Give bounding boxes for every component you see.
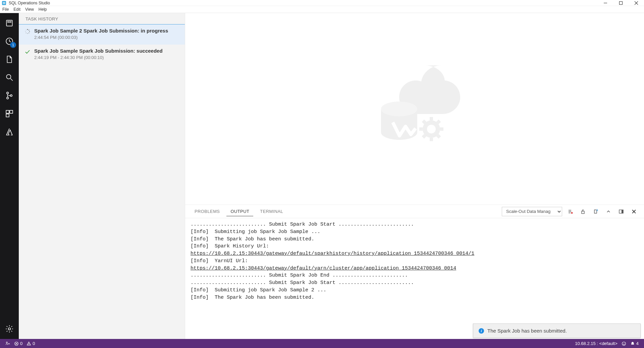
open-file-icon[interactable] — [591, 207, 600, 216]
task-history-badge: 1 — [10, 42, 16, 48]
svg-point-52 — [623, 343, 623, 343]
svg-line-36 — [437, 121, 440, 123]
menu-bar: File Edit View Help — [0, 6, 644, 13]
output-channel-select[interactable]: Scale-Out Data Manag — [502, 207, 562, 216]
task-time: 2:44:54 PM (00:00:03) — [34, 35, 168, 40]
svg-point-20 — [29, 30, 29, 31]
svg-point-22 — [29, 33, 29, 33]
svg-point-29 — [427, 125, 436, 133]
status-notifications-count: 4 — [636, 341, 639, 346]
close-panel-icon[interactable] — [629, 207, 639, 216]
task-title: Spark Job Sample Spark Job Submission: s… — [34, 48, 163, 54]
output-line: ......................... Submit Spark J… — [191, 279, 639, 287]
remote-indicator[interactable] — [3, 339, 12, 348]
output-link[interactable]: https://10.68.2.15:30443/gateway/default… — [191, 251, 474, 256]
output-line: [Info] YarnUI Url: — [191, 257, 639, 265]
svg-line-37 — [423, 135, 425, 137]
toggle-lock-icon[interactable] — [578, 207, 588, 216]
task-list: Spark Job Sample 2 Spark Job Submission:… — [19, 24, 185, 339]
output-line: [Info] Spark History Url: — [191, 243, 639, 250]
output-line: ......................... Submit Spark J… — [191, 272, 639, 279]
svg-point-25 — [25, 31, 25, 32]
task-history-panel: TASK HISTORY Spark Job Sample 2 Spark Jo… — [19, 13, 185, 339]
svg-point-50 — [29, 344, 29, 345]
output-body[interactable]: ......................... Submit Spark J… — [185, 218, 644, 339]
svg-rect-40 — [582, 211, 584, 214]
status-warnings[interactable]: 0 — [24, 339, 37, 348]
info-icon: i — [479, 328, 484, 334]
svg-rect-16 — [10, 110, 13, 113]
tab-output[interactable]: OUTPUT — [226, 207, 253, 216]
output-line: [Info] Submitting job Spark Job Sample .… — [191, 228, 639, 236]
svg-point-45 — [6, 342, 8, 343]
svg-point-51 — [622, 342, 626, 345]
svg-point-27 — [381, 102, 417, 116]
clear-output-icon[interactable] — [566, 207, 575, 216]
task-item[interactable]: Spark Job Sample 2 Spark Job Submission:… — [19, 24, 185, 45]
editor-empty-backdrop — [185, 13, 644, 205]
output-line: [Info] Submitting job Spark Job Sample 2… — [191, 287, 639, 294]
menu-view[interactable]: View — [23, 6, 36, 12]
output-line: ......................... Submit Spark J… — [191, 221, 639, 228]
tab-terminal[interactable]: TERMINAL — [256, 207, 287, 216]
collapse-icon[interactable] — [604, 207, 613, 216]
svg-point-18 — [8, 328, 11, 330]
menu-edit[interactable]: Edit — [11, 6, 23, 12]
close-button[interactable] — [629, 0, 644, 6]
svg-rect-4 — [620, 1, 623, 4]
svg-line-34 — [423, 121, 425, 123]
explorer-icon[interactable] — [1, 51, 17, 67]
output-line: [Info] The Spark Job has been submitted. — [191, 294, 639, 301]
svg-rect-15 — [6, 110, 9, 113]
spinner-icon — [24, 28, 31, 40]
menu-file[interactable]: File — [0, 6, 11, 12]
checkmark-icon — [24, 48, 31, 60]
azure-icon[interactable] — [1, 124, 17, 140]
menu-help[interactable]: Help — [36, 6, 49, 12]
task-item[interactable]: Spark Job Sample Spark Job Submission: s… — [19, 45, 185, 65]
search-icon[interactable] — [1, 69, 17, 85]
status-notifications[interactable]: 4 — [628, 339, 641, 348]
output-link[interactable]: https://10.68.2.15:30443/gateway/default… — [191, 266, 456, 271]
svg-rect-8 — [8, 21, 11, 22]
svg-point-26 — [26, 30, 26, 30]
svg-line-11 — [10, 78, 13, 81]
svg-rect-1 — [3, 2, 5, 3]
svg-point-10 — [6, 74, 11, 79]
status-errors-count: 0 — [20, 341, 22, 346]
bottom-panel: PROBLEMS OUTPUT TERMINAL Scale-Out Data … — [185, 205, 644, 339]
svg-point-53 — [624, 343, 625, 343]
task-history-icon[interactable]: 1 — [1, 33, 17, 49]
tab-problems[interactable]: PROBLEMS — [191, 207, 224, 216]
svg-rect-2 — [3, 3, 5, 4]
notification-text: The Spark Job has been submitted. — [487, 328, 567, 334]
svg-line-35 — [437, 135, 440, 137]
status-errors[interactable]: 0 — [12, 339, 24, 348]
svg-rect-42 — [622, 210, 623, 213]
source-control-icon[interactable] — [1, 88, 17, 104]
status-feedback[interactable] — [620, 339, 628, 348]
extensions-icon[interactable] — [1, 106, 17, 122]
window-controls — [598, 0, 644, 6]
title-bar: SQL Operations Studio — [0, 0, 644, 6]
panel-position-icon[interactable] — [616, 207, 626, 216]
svg-point-14 — [10, 95, 12, 96]
svg-point-21 — [29, 31, 30, 32]
app-icon — [1, 0, 7, 6]
svg-point-24 — [26, 33, 26, 33]
status-connection[interactable]: 10.68.2.15 : <default> — [573, 339, 620, 348]
svg-rect-17 — [6, 114, 9, 117]
status-bar: 0 0 10.68.2.15 : <default> 4 — [0, 339, 644, 348]
svg-rect-0 — [2, 1, 6, 5]
svg-point-13 — [7, 97, 8, 99]
panel-tabs: PROBLEMS OUTPUT TERMINAL Scale-Out Data … — [185, 205, 644, 218]
servers-icon[interactable] — [1, 15, 17, 31]
app-title: SQL Operations Studio — [8, 1, 598, 5]
maximize-button[interactable] — [613, 0, 629, 6]
minimize-button[interactable] — [598, 0, 613, 6]
svg-point-23 — [27, 33, 28, 34]
settings-icon[interactable] — [1, 321, 17, 337]
notification-toast[interactable]: i The Spark Job has been submitted. — [473, 324, 641, 338]
svg-point-19 — [27, 29, 28, 30]
editor-area: PROBLEMS OUTPUT TERMINAL Scale-Out Data … — [185, 13, 644, 339]
